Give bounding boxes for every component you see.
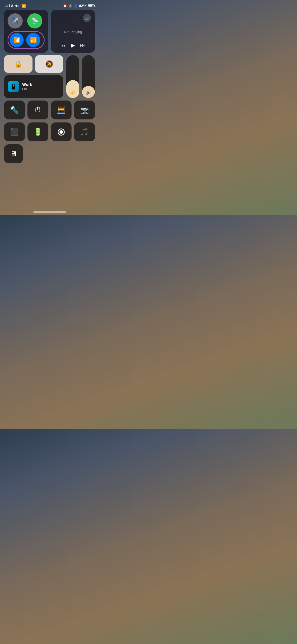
status-left: Airtel 📶 — [5, 4, 26, 8]
work-on-button[interactable]: 📱 Work On — [4, 75, 63, 98]
airplane-mode-button[interactable]: ✈️ — [8, 13, 23, 28]
signal-bar-1 — [5, 6, 6, 7]
wifi-bluetooth-wrapper: 📶 📶 — [8, 31, 45, 49]
screen-record-icon — [58, 128, 65, 136]
lock-rotation-button[interactable]: 🔒 — [4, 55, 32, 73]
focus-col: 🔒 🔕 📱 Work On — [4, 55, 63, 98]
top-row: ✈️ 📡 📶 📶 📺 Not Play — [4, 10, 95, 53]
work-icon-symbol: 📱 — [10, 83, 17, 90]
camera-icon: 📷 — [80, 106, 89, 114]
work-title: Work — [22, 82, 32, 87]
status-bar: Airtel 📶 ⏰ 🔒 👤 82% — [0, 0, 99, 10]
contact-icon: 👤 — [74, 4, 78, 8]
work-on-text: Work On — [22, 82, 32, 91]
volume-icon: 🔊 — [86, 90, 91, 95]
battery-container — [88, 4, 94, 7]
sliders-col: ☀️ 🔊 — [66, 55, 95, 98]
connectivity-block: ✈️ 📡 📶 📶 — [4, 10, 48, 53]
signal-bar-2 — [6, 6, 7, 7]
volume-slider[interactable]: 🔊 — [82, 55, 95, 98]
quick-actions-row2: ⬛ 🔋 🎵 — [4, 122, 95, 141]
timer-icon: ⏱ — [34, 106, 41, 114]
battery-icon — [88, 4, 94, 7]
camera-button[interactable]: 📷 — [74, 101, 95, 119]
timer-button[interactable]: ⏱ — [27, 101, 48, 119]
calculator-icon: 🧮 — [57, 106, 65, 114]
not-playing-label: Not Playing — [55, 28, 91, 36]
shazam-icon: 🎵 — [80, 128, 89, 136]
battery-state-icon: 🔋 — [34, 128, 42, 136]
focus-buttons-row: 🔒 🔕 — [4, 55, 63, 73]
wifi-button[interactable]: 📶 — [10, 33, 24, 47]
play-button[interactable]: ▶ — [71, 42, 75, 49]
airplay-button[interactable]: 📺 — [83, 14, 91, 22]
bluetooth-icon: 📶 — [30, 37, 37, 43]
lock-rotation-icon: 🔒 — [14, 60, 22, 68]
signal-bar-3 — [8, 5, 8, 7]
home-indicator[interactable] — [33, 211, 66, 213]
hotspot-button[interactable]: 📡 — [27, 13, 42, 28]
work-subtitle: On — [22, 87, 32, 91]
flashlight-icon: 🔦 — [10, 106, 19, 114]
fast-forward-button[interactable]: ⏭ — [80, 43, 85, 48]
hotspot-icon: 📡 — [31, 18, 38, 24]
wifi-icon: 📶 — [22, 4, 26, 8]
media-player: 📺 Not Playing ⏮ ▶ ⏭ — [51, 10, 95, 53]
brightness-icon: ☀️ — [70, 90, 75, 95]
battery-fill — [88, 5, 92, 7]
control-center: ✈️ 📡 📶 📶 📺 Not Play — [0, 10, 99, 163]
battery-percent: 82% — [79, 4, 86, 8]
mirror-display-icon: 🖥 — [10, 150, 17, 158]
bluetooth-button[interactable]: 📶 — [26, 33, 40, 47]
calculator-button[interactable]: 🧮 — [51, 101, 72, 119]
last-row: 🖥 — [4, 144, 95, 163]
quick-actions-row1: 🔦 ⏱ 🧮 📷 — [4, 101, 95, 119]
media-top: 📺 — [55, 14, 91, 22]
qr-code-icon: ⬛ — [10, 128, 19, 136]
brightness-fill — [66, 80, 79, 98]
battery-button[interactable]: 🔋 — [27, 122, 48, 141]
brightness-slider[interactable]: ☀️ — [66, 55, 79, 98]
silent-icon: 🔕 — [45, 60, 53, 68]
signal-bars — [5, 4, 10, 7]
silent-mode-button[interactable]: 🔕 — [35, 55, 63, 73]
airplay-icon: 📺 — [85, 16, 89, 20]
orientation-lock-icon: 🔒 — [69, 4, 72, 8]
shazam-button[interactable]: 🎵 — [74, 122, 95, 141]
qr-code-button[interactable]: ⬛ — [4, 122, 25, 141]
signal-bar-4 — [9, 4, 10, 7]
flashlight-button[interactable]: 🔦 — [4, 101, 25, 119]
wifi-icon: 📶 — [13, 37, 20, 43]
mirror-display-button[interactable]: 🖥 — [4, 144, 23, 163]
rewind-button[interactable]: ⏮ — [61, 43, 66, 48]
status-right: ⏰ 🔒 👤 82% — [63, 4, 94, 8]
carrier-name: Airtel — [11, 4, 20, 8]
work-on-icon: 📱 — [8, 81, 19, 92]
second-row: 🔒 🔕 📱 Work On — [4, 55, 95, 98]
alarm-icon: ⏰ — [63, 4, 67, 8]
media-controls: ⏮ ▶ ⏭ — [55, 42, 91, 49]
airplane-icon: ✈️ — [11, 17, 19, 24]
screen-record-button[interactable] — [51, 122, 72, 141]
